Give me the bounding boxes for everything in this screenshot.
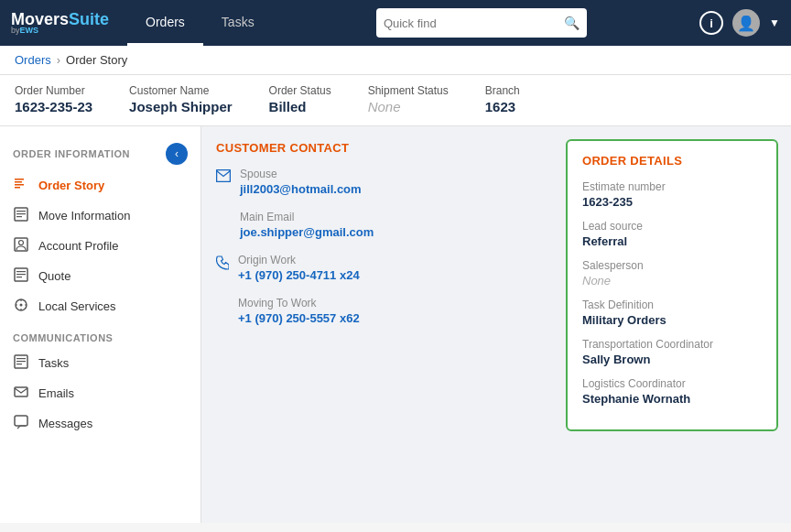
order-number-field: Order Number 1623-235-23 [15, 84, 92, 114]
svg-point-9 [19, 241, 24, 245]
lead-source-label: Lead source [582, 220, 762, 233]
order-details-title: ORDER DETAILS [582, 154, 762, 168]
avatar[interactable]: 👤 [732, 9, 760, 37]
svg-rect-21 [15, 416, 27, 426]
contact-spouse-label: Spouse [240, 168, 362, 180]
chevron-down-icon[interactable]: ▼ [769, 16, 780, 29]
sidebar-item-messages[interactable]: Messages [0, 408, 200, 439]
tasks-icon [13, 354, 29, 372]
customer-name-value: Joseph Shipper [129, 99, 233, 114]
lead-source-value: Referral [582, 234, 762, 248]
sidebar-item-label: Account Profile [38, 239, 118, 253]
contact-main-email-label: Main Email [240, 211, 374, 223]
sidebar-item-tasks[interactable]: Tasks [0, 348, 200, 378]
sidebar-item-move-information[interactable]: Move Information [0, 201, 200, 231]
contact-moving-work: Moving To Work +1 (970) 250-5557 x62 [216, 297, 538, 325]
task-definition-field: Task Definition Military Orders [582, 299, 762, 327]
estimate-number-label: Estimate number [582, 180, 762, 193]
order-status-label: Order Status [269, 84, 331, 97]
info-icon[interactable]: i [699, 11, 723, 35]
sidebar-item-label: Move Information [38, 209, 130, 223]
estimate-number-field: Estimate number 1623-235 [582, 180, 762, 209]
move-information-icon [13, 207, 29, 224]
nav-tab-tasks[interactable]: Tasks [203, 0, 273, 46]
sidebar-item-label: Order Story [38, 179, 104, 192]
search-input[interactable] [384, 16, 564, 30]
svg-rect-11 [16, 271, 26, 272]
salesperson-field: Salesperson None [582, 259, 762, 288]
contact-main-email-details: Main Email joe.shipper@gmail.com [240, 211, 374, 239]
order-status-field: Order Status Billed [269, 84, 331, 114]
svg-point-15 [20, 304, 23, 307]
transportation-coordinator-value: Sally Brown [582, 353, 762, 366]
order-number-label: Order Number [15, 84, 92, 97]
sidebar-item-emails[interactable]: Emails [0, 378, 200, 408]
collapse-button[interactable]: ‹ [166, 143, 188, 165]
contact-origin-work: Origin Work +1 (970) 250-4711 x24 [216, 254, 538, 282]
svg-rect-0 [15, 179, 24, 180]
sidebar-item-label: Tasks [38, 356, 69, 370]
svg-rect-3 [15, 187, 20, 189]
contact-main-email-value: joe.shipper@gmail.com [240, 225, 374, 239]
breadcrumb-orders[interactable]: Orders [15, 53, 51, 67]
task-definition-value: Military Orders [582, 313, 762, 327]
contact-origin-work-label: Origin Work [238, 254, 360, 266]
sidebar-item-label: Messages [38, 417, 92, 430]
sidebar-section-title: ORDER INFORMATION [13, 148, 130, 159]
logo: MoversSuite byEWS [11, 11, 109, 35]
phone-icon-origin [216, 255, 229, 273]
order-details-box: ORDER DETAILS Estimate number 1623-235 L… [566, 139, 778, 431]
search-icon[interactable]: 🔍 [564, 16, 580, 30]
sidebar-item-account-profile[interactable]: Account Profile [0, 231, 200, 261]
contact-main-email: Main Email joe.shipper@gmail.com [216, 211, 538, 239]
sidebar-comm-header: COMMUNICATIONS [0, 321, 200, 348]
svg-rect-7 [16, 216, 22, 217]
svg-rect-18 [16, 361, 26, 362]
nav-tab-orders[interactable]: Orders [127, 0, 203, 46]
search-box: 🔍 [376, 8, 587, 38]
sidebar: ORDER INFORMATION ‹ Order Story [0, 126, 201, 523]
svg-rect-13 [16, 277, 22, 277]
transportation-coordinator-field: Transportation Coordinator Sally Brown [582, 338, 762, 366]
breadcrumb-current: Order Story [66, 53, 127, 67]
order-story-icon [13, 177, 29, 194]
transportation-coordinator-label: Transportation Coordinator [582, 338, 762, 351]
email-icon-spouse [216, 169, 231, 185]
branch-field: Branch 1623 [485, 84, 520, 114]
contact-origin-work-details: Origin Work +1 (970) 250-4711 x24 [238, 254, 360, 282]
estimate-number-value: 1623-235 [582, 195, 762, 209]
messages-icon [13, 415, 29, 432]
sidebar-section-header: ORDER INFORMATION ‹ [0, 137, 200, 170]
branch-label: Branch [485, 84, 520, 97]
shipment-status-field: Shipment Status None [368, 84, 449, 114]
svg-rect-20 [15, 387, 27, 396]
quote-icon [13, 267, 29, 285]
comm-section-title: COMMUNICATIONS [13, 332, 113, 343]
logistics-coordinator-value: Stephanie Wornath [582, 392, 762, 406]
logistics-coordinator-field: Logistics Coordinator Stephanie Wornath [582, 377, 762, 406]
salesperson-value: None [582, 274, 762, 288]
order-number-value: 1623-235-23 [15, 99, 92, 114]
sidebar-item-local-services[interactable]: Local Services [0, 291, 200, 321]
shipment-status-label: Shipment Status [368, 84, 449, 97]
customer-name-label: Customer Name [129, 84, 233, 97]
contact-moving-work-value: +1 (970) 250-5557 x62 [238, 311, 360, 325]
logistics-coordinator-label: Logistics Coordinator [582, 377, 762, 390]
main-content: ORDER INFORMATION ‹ Order Story [0, 126, 791, 523]
logo-ews: byEWS [11, 26, 109, 35]
customer-contact-title: CUSTOMER CONTACT [216, 141, 538, 155]
branch-value: 1623 [485, 99, 520, 114]
svg-rect-6 [16, 213, 26, 214]
svg-rect-2 [15, 184, 24, 186]
right-column: ORDER DETAILS Estimate number 1623-235 L… [553, 126, 791, 523]
emails-icon [13, 385, 29, 402]
contact-spouse-details: Spouse jill2003@hotmail.com [240, 168, 362, 196]
contact-spouse-value: jill2003@hotmail.com [240, 182, 362, 196]
sidebar-item-order-story[interactable]: Order Story [0, 170, 200, 201]
task-definition-label: Task Definition [582, 299, 762, 311]
breadcrumb-separator: › [57, 53, 60, 67]
sidebar-item-quote[interactable]: Quote [0, 261, 200, 291]
customer-name-field: Customer Name Joseph Shipper [129, 84, 233, 114]
search-area: 🔍 [273, 8, 690, 38]
svg-rect-19 [16, 364, 22, 364]
